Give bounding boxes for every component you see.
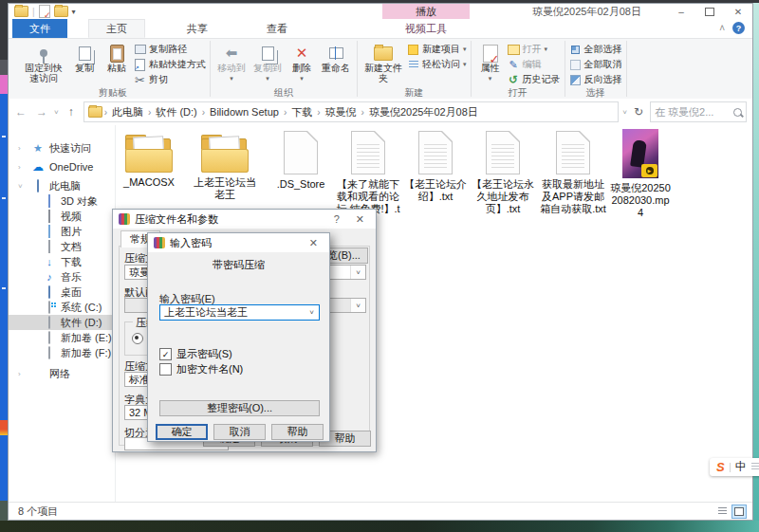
chevron-down-icon[interactable]: ˅ <box>350 266 365 279</box>
password-ok-button[interactable]: 确定 <box>156 424 208 440</box>
qat-folder-icon[interactable] <box>14 6 28 17</box>
dialog-help-icon[interactable]: ? <box>328 213 345 225</box>
chevron-down-icon[interactable]: ˅ <box>350 299 365 312</box>
show-password-checkbox[interactable]: ✓ 显示密码(S) <box>159 347 232 361</box>
file-item-forum-address-txt[interactable]: 【老王论坛永久地址发布页】.txt <box>469 129 537 215</box>
forward-button[interactable]: → <box>33 105 50 119</box>
new-item-button[interactable]: 新建项目 ▾ <box>407 43 467 56</box>
ime-mode-chinese[interactable]: 中 <box>735 459 747 475</box>
copy-to-button[interactable]: 复制到 ▾ <box>250 41 285 86</box>
sidebar-item-desktop[interactable]: 桌面 <box>9 284 115 300</box>
chevron-down-icon[interactable]: ˅ <box>18 182 26 191</box>
sidebar-item-documents[interactable]: 文档 <box>9 239 115 254</box>
sidebar-item-downloads[interactable]: ↓ 下载 <box>9 254 115 269</box>
sidebar-item-videos[interactable]: 视频 <box>9 209 115 224</box>
sogou-logo-icon[interactable]: S <box>716 460 725 474</box>
cut-button[interactable]: ✂ 剪切 <box>134 73 206 86</box>
refresh-icon[interactable]: ↻ <box>631 105 646 119</box>
sidebar-item-drive-c[interactable]: 系统 (C:) <box>9 300 115 315</box>
back-button[interactable]: ← <box>12 105 29 119</box>
search-text: 在 琼曼倪2... <box>655 105 731 119</box>
file-item-macosx[interactable]: _MACOSX <box>118 129 180 189</box>
contextual-tab-group-play[interactable]: 播放 <box>382 4 470 19</box>
up-button[interactable]: ↑ <box>63 105 80 119</box>
details-view-icon[interactable] <box>715 504 729 517</box>
password-help-button[interactable]: 帮助 <box>271 424 324 440</box>
dialog-close-icon[interactable]: ✕ <box>350 213 370 226</box>
breadcrumb-drive-d[interactable]: 软件 (D:) <box>153 105 199 119</box>
breadcrumb-bilidown[interactable]: Bilidown Setup <box>207 106 282 118</box>
tab-file[interactable]: 文件 <box>12 19 67 38</box>
maximize-button[interactable] <box>695 4 724 19</box>
minimize-button[interactable]: – <box>667 4 695 19</box>
chevron-down-icon[interactable]: ˅ <box>305 305 319 320</box>
recent-locations-icon[interactable]: ˅ <box>54 108 59 117</box>
sidebar-item-3d-objects[interactable]: 3D 对象 <box>9 193 115 209</box>
sidebar-item-drive-e[interactable]: 新加卷 (E:) <box>9 330 115 345</box>
copy-button[interactable]: 复制 <box>69 41 100 77</box>
new-folder-button[interactable]: 新建文件夹 <box>361 41 405 86</box>
tab-video-tools[interactable]: 视频工具 <box>382 19 470 38</box>
select-all-button[interactable]: 全部选择 <box>569 43 622 56</box>
ime-toolbar[interactable]: S 中 <box>710 458 759 476</box>
tab-share[interactable]: 共享 <box>170 19 225 38</box>
sidebar-item-music[interactable]: ♪ 音乐 <box>9 269 115 284</box>
invert-selection-button[interactable]: 反向选择 <box>569 73 622 86</box>
paste-shortcut-button[interactable]: 粘贴快捷方式 <box>134 58 206 71</box>
encrypt-names-checkbox[interactable]: 加密文件名(N) <box>159 362 243 376</box>
file-item-laowang-folder[interactable]: 上老王论坛当老王 <box>182 129 268 201</box>
tab-home[interactable]: 主页 <box>88 19 145 38</box>
ribbon-group-select: 全部选择 全部取消 反向选择 选择 <box>565 39 626 99</box>
password-cancel-button[interactable]: 取消 <box>213 424 266 440</box>
sidebar-item-network[interactable]: › 网络 <box>9 366 115 381</box>
delete-button[interactable]: ✕ 删除 ▾ <box>287 41 317 86</box>
chevron-right-icon[interactable]: › <box>18 163 26 172</box>
breadcrumb-qiongmanni[interactable]: 琼曼倪 <box>323 105 360 119</box>
history-icon: ↺ <box>508 74 520 85</box>
properties-button[interactable]: 属性 ▾ <box>475 41 506 86</box>
sidebar-item-drive-f[interactable]: 新加卷 (F:) <box>9 345 115 360</box>
radio-icon <box>132 333 143 344</box>
dropdown-icon: ▾ <box>230 74 233 84</box>
sidebar-item-this-pc[interactable]: ˅ 此电脑 <box>9 178 115 193</box>
rename-button[interactable]: 重命名 <box>319 41 353 77</box>
edit-button[interactable]: ✎ 编辑 <box>508 58 561 71</box>
breadcrumb[interactable]: › 此电脑 › 软件 (D:) › Bilidown Setup › 下载 › … <box>83 101 620 122</box>
easy-access-button[interactable]: 轻松访问 ▾ <box>407 58 467 71</box>
breadcrumb-this-pc[interactable]: 此电脑 <box>109 105 146 119</box>
password-dialog-titlebar[interactable]: 输入密码 ✕ <box>148 233 329 252</box>
sidebar-item-onedrive[interactable]: › ☁ OneDrive <box>9 159 115 174</box>
move-to-button[interactable]: ⬅ 移动到 ▾ <box>214 41 249 86</box>
tab-view[interactable]: 查看 <box>250 19 305 38</box>
qat-new-folder-icon[interactable] <box>54 6 68 17</box>
sidebar-item-quick-access[interactable]: › ★ 快速访问 <box>9 140 115 156</box>
sidebar-item-pictures[interactable]: 图片 <box>9 224 115 239</box>
thumbnail-view-icon[interactable] <box>731 504 747 519</box>
qat-customize-dropdown-icon[interactable]: ▾ <box>72 8 76 16</box>
chevron-right-icon[interactable]: › <box>18 370 26 378</box>
select-none-button[interactable]: 全部取消 <box>569 58 622 71</box>
search-input[interactable]: 在 琼曼倪2... <box>650 101 747 122</box>
pin-to-quick-access-button[interactable]: 固定到快速访问 <box>20 41 67 86</box>
history-button[interactable]: ↺ 历史记录 <box>508 73 561 86</box>
open-button[interactable]: 打开 ▾ <box>508 43 561 56</box>
copy-path-button[interactable]: 复制路径 <box>134 43 206 56</box>
dialog-close-icon[interactable]: ✕ <box>304 237 324 249</box>
organize-passwords-button[interactable]: 整理密码(O)... <box>159 400 320 416</box>
file-item-ds-store[interactable]: .DS_Store <box>269 129 332 191</box>
help-icon[interactable]: ? <box>732 22 745 34</box>
address-dropdown-icon[interactable]: ˅ <box>622 108 627 117</box>
chevron-right-icon[interactable]: › <box>18 144 26 153</box>
file-item-forum-intro-txt[interactable]: 【老王论坛介绍】.txt <box>404 129 467 203</box>
breadcrumb-current-folder[interactable]: 琼曼倪2025年02月08日 <box>366 105 481 119</box>
breadcrumb-download[interactable]: 下载 <box>288 105 315 119</box>
file-item-video-mp4[interactable]: ▶ 琼曼倪202502082030.mp4 <box>609 129 672 219</box>
password-input[interactable]: 上老王论坛当老王 ˅ <box>159 304 320 321</box>
collapse-ribbon-icon[interactable]: ˄ <box>719 23 725 33</box>
file-item-get-address-txt[interactable]: 获取最新地址及APP请发邮箱自动获取.txt <box>539 129 607 215</box>
sidebar-item-drive-d[interactable]: 软件 (D:) <box>9 315 115 330</box>
paste-button[interactable]: 粘贴 <box>102 41 132 77</box>
compress-dialog-titlebar[interactable]: 压缩文件名和参数 ? ✕ <box>113 210 376 229</box>
qat-properties-icon[interactable] <box>39 5 50 18</box>
close-button[interactable]: ✕ <box>724 4 752 19</box>
